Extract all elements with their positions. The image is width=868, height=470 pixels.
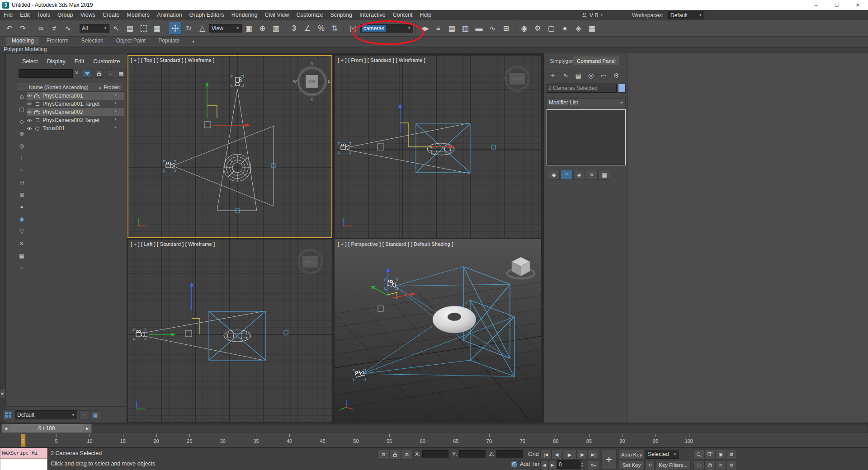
select-and-manipulate-button[interactable]: ⊕ [256,22,269,35]
zoom-button[interactable] [693,450,704,460]
menu-edit[interactable]: Edit [16,10,33,20]
target-helper-box[interactable] [185,330,192,337]
isolate-selection-toggle[interactable]: ⊡ [377,450,389,460]
time-slider-value[interactable]: 0 / 100 [10,424,83,433]
motion-tab-icon[interactable]: ◎ [585,70,597,80]
object-name[interactable]: PhysCamera001 [42,93,83,99]
percent-snap-toggle[interactable]: % [315,22,328,35]
menu-group[interactable]: Group [54,10,77,20]
explorer-options-button[interactable]: ≡ [106,69,115,78]
preset-stack-button[interactable]: ≡ [79,410,89,419]
ribbon-tab-object-paint[interactable]: Object Paint [111,37,151,45]
frame-spinner[interactable]: ▲ ▼ [581,460,586,469]
eye-icon[interactable] [27,94,32,98]
viewport-layout-tabs-button[interactable] [2,409,14,420]
menu-modifiers[interactable]: Modifiers [123,10,153,20]
remove-modifier-button[interactable]: ✕ [586,170,598,180]
rendered-frame-window-button[interactable]: ▢ [545,22,558,35]
frozen-toggle-icon[interactable]: * [114,93,117,99]
menu-views[interactable]: Views [77,10,99,20]
move-gizmo[interactable] [204,82,250,128]
rectangular-selection-region-button[interactable] [137,22,150,35]
rail-display-geometry-button[interactable]: ▢ [17,104,27,115]
object-name[interactable]: PhysCamera002 [42,109,83,115]
next-frame-button[interactable]: |▶ [576,450,588,460]
object-name[interactable]: Torus001 [42,125,65,132]
app-logo-icon[interactable]: 3 [2,2,9,9]
bind-to-space-warp-button[interactable]: ∿ [61,22,75,35]
menu-customize[interactable]: Customize [292,10,326,20]
play-animation-button[interactable]: ▶ [563,450,576,460]
reference-coordinate-system-dropdown[interactable]: View ▼ [209,24,242,33]
select-and-scale-button[interactable]: △ [196,22,209,35]
viewport-top[interactable]: [ + ] [ Top ] [ Standard ] [ Wireframe ] [127,55,332,238]
keyboard-shortcut-override-toggle[interactable]: ▥ [269,22,283,35]
viewport-left-label[interactable]: [ + ] [ Left ] [ Standard ] [ Wireframe … [131,241,215,247]
ribbon-tab-populate[interactable]: Populate [153,37,185,45]
mirror-button[interactable]: ◀▶ [418,22,431,35]
menu-help[interactable]: Help [416,10,435,20]
object-name[interactable]: PhysCamera001.Target [42,101,99,107]
rail-columns-button[interactable]: ▦ [17,250,27,261]
ribbon-tab-modeling[interactable]: Modeling [6,37,39,45]
rail-display-helpers-button[interactable]: + [17,153,27,164]
configure-modifier-sets-button[interactable]: ▦ [599,170,610,180]
explorer-column-header[interactable]: Name (Sorted Ascending) ▲ Frozen [17,83,124,92]
previous-frame-button[interactable]: ◀| [552,450,563,460]
frozen-column-header[interactable]: Frozen [102,85,123,90]
rail-display-shapes-button[interactable]: ◇ [17,116,27,127]
viewport-top-canvas[interactable]: TOP N E S W [127,55,332,238]
physcamera-object[interactable] [136,330,144,337]
eye-icon[interactable] [27,126,32,131]
viewcube[interactable]: LEFT [298,250,322,273]
explorer-row-torus001[interactable]: Torus001 * [27,124,124,132]
select-by-name-button[interactable]: ▤ [123,22,137,35]
z-coord-field[interactable] [496,450,523,458]
viewport-left[interactable]: [ + ] [ Left ] [ Standard ] [ Wireframe … [127,239,332,422]
explorer-row-physcamera002-target[interactable]: PhysCamera002.Target * [27,116,124,124]
display-tab-icon[interactable]: ▭ [598,70,609,80]
menu-civil-view[interactable]: Civil View [261,10,292,20]
frozen-toggle-icon[interactable]: * [114,101,117,108]
menu-animation[interactable]: Animation [153,10,186,20]
panel-splitter[interactable] [571,186,601,188]
object-name[interactable]: PhysCamera002.Target [42,117,99,123]
use-pivot-point-center-button[interactable]: ▣ [242,22,255,35]
viewport-front[interactable]: [ + ] [ Front ] [ Standard ] [ Wireframe… [335,55,541,238]
explorer-row-physcamera002[interactable]: PhysCamera002 * [27,108,124,116]
select-and-rotate-button[interactable]: ↻ [182,22,195,35]
toggle-layer-explorer-button[interactable]: ▥ [459,22,472,35]
frozen-toggle-icon[interactable]: * [114,125,117,132]
polygon-modeling-strip[interactable]: Polygon Modeling [0,45,868,53]
eye-icon[interactable] [27,102,32,106]
expand-panel-arrow[interactable]: ▶ [0,389,5,399]
physcamera001-object[interactable] [235,77,241,85]
viewcube[interactable] [507,257,534,278]
viewport-top-label[interactable]: [ + ] [ Top ] [ Standard ] [ Wireframe ] [131,57,214,63]
rail-sort-button[interactable]: ▽ [17,226,27,237]
pin-stack-button[interactable]: ◆ [548,170,560,180]
menu-file[interactable]: File [0,10,16,20]
object-name-field[interactable]: 2 Cameras Selected [547,84,617,93]
physcamera002-object[interactable] [166,162,174,168]
hierarchy-tab-icon[interactable]: ▤ [572,70,584,80]
utilities-tab-icon[interactable]: ⚙ [610,70,622,80]
explorer-view-button[interactable]: ▦ [117,69,126,78]
time-slider-track[interactable]: ◀ 0 / 100 ▶ [0,423,868,433]
zoom-extents-all-button[interactable]: ⊞ [726,450,737,460]
snaps-toggle-3d[interactable]: 3 [288,22,301,35]
rail-display-spacewarps-button[interactable]: ≈ [17,165,27,176]
viewport-perspective[interactable]: [ + ] [ Perspective ] [ Standard ] [ Def… [335,239,541,422]
unlink-selection-button[interactable]: ≠ [48,22,61,35]
torus-wireframe-side[interactable] [427,143,454,155]
eye-icon[interactable] [27,110,32,114]
x-coord-field[interactable] [422,450,448,458]
redo-button[interactable]: ↷ [16,22,29,35]
minimize-button[interactable]: – [806,0,826,10]
torus-object-shaded[interactable] [433,306,476,333]
curve-editor-button[interactable]: ∿ [486,22,499,35]
explorer-row-physcamera001[interactable]: PhysCamera001 * [27,92,124,100]
named-selection-sets-dropdown[interactable]: cameras ▼ [360,24,413,33]
time-slider-thumb[interactable]: ◀ 0 / 100 ▶ [1,424,92,432]
name-column-header[interactable]: Name (Sorted Ascending) [17,85,89,90]
